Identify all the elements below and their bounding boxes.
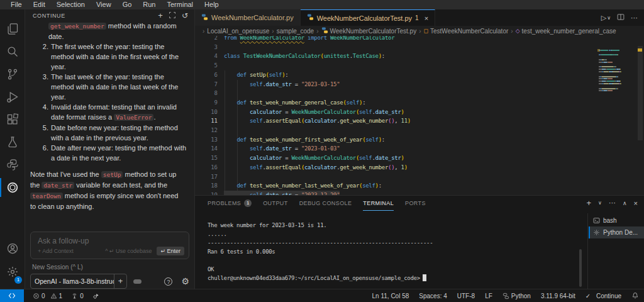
launch-status[interactable] (92, 293, 99, 299)
terminal-session-bash[interactable]: bash (589, 215, 644, 226)
menu-edit[interactable]: Edit (28, 0, 51, 9)
chevron-down-icon: ∨ (607, 15, 611, 21)
menu-run[interactable]: Run (137, 0, 161, 9)
panel-tab-output[interactable]: OUTPUT (263, 196, 287, 211)
python-icon[interactable] (0, 154, 25, 176)
code-line-7[interactable]: 7 self.date_str = "2023-03-15" (195, 80, 644, 89)
close-panel-icon[interactable]: × (634, 199, 638, 207)
code-line-5[interactable]: 5 (195, 61, 644, 70)
frame-icon[interactable] (169, 11, 176, 21)
add-context-button[interactable]: + Add Context (38, 248, 74, 254)
tab-WeekNumberCalculatorTest.py[interactable]: WeekNumberCalculatorTest.py1× (301, 9, 435, 26)
enter-button[interactable]: ↵ Enter (157, 247, 184, 255)
search-icon[interactable] (0, 41, 25, 62)
code-line-12[interactable]: 12 (195, 126, 644, 135)
terminal-line: ----------------------------------------… (208, 238, 579, 247)
extensions-icon[interactable] (0, 109, 25, 130)
plus-icon[interactable]: + (158, 11, 163, 21)
terminal-session-pythonde[interactable]: Python De... (589, 226, 644, 238)
terminal-line: OK (208, 265, 579, 274)
panel-tab-terminal[interactable]: TERMINAL (363, 196, 394, 211)
indentation-status[interactable]: Spaces: 4 (419, 293, 447, 299)
menu-go[interactable]: Go (117, 0, 138, 9)
breadcrumb-item[interactable]: WeekNumberCalculatorTest.py (321, 27, 417, 35)
testing-icon[interactable] (0, 131, 25, 153)
continue-icon[interactable] (0, 177, 25, 198)
close-icon[interactable]: × (425, 14, 428, 22)
code-line-9[interactable]: 9 def test_week_number_general_case(self… (195, 98, 644, 108)
new-session-link[interactable]: New Session (^ L) (32, 264, 83, 271)
new-terminal-icon[interactable]: + (587, 198, 592, 208)
python-file-icon (201, 14, 208, 22)
panel-tab-debug-console[interactable]: DEBUG CONSOLE (299, 196, 352, 211)
code-line-18[interactable]: 18 def test_week_number_last_week_of_yea… (195, 181, 644, 191)
code-editor[interactable]: 2from WeekNumberCalculator import WeekNu… (195, 36, 644, 195)
menu-file[interactable]: File (5, 0, 28, 9)
continue-settings-gear-icon[interactable]: ⚙ (181, 277, 189, 286)
help-icon[interactable]: ? (164, 277, 172, 286)
model-select-label: OpenAI - llama-3-8b-instruct- (31, 277, 114, 285)
breadcrumb-item[interactable]: ◇test_week_number_general_case (516, 28, 616, 35)
run-debug-icon[interactable] (0, 86, 25, 108)
cursor-position[interactable]: Ln 11, Col 58 (372, 293, 409, 299)
breadcrumb-item[interactable]: ◻TestWeekNumberCalculator (424, 28, 509, 35)
account-icon[interactable] (0, 238, 25, 259)
panel-more-icon[interactable]: ⋯ (609, 199, 616, 207)
followup-input[interactable]: Ask a follow-up + Add Context ^ ↵ Use co… (30, 232, 189, 259)
maximize-panel-icon[interactable]: ∧ (623, 200, 627, 206)
eol-status[interactable]: LF (485, 293, 492, 299)
problems-status[interactable]: 0 1 (33, 293, 62, 299)
python-file-icon (307, 14, 314, 22)
model-select[interactable]: OpenAI - llama-3-8b-instruct- + (30, 274, 127, 289)
menu-view[interactable]: View (91, 0, 117, 9)
continue-status[interactable]: ✓ Continue (586, 293, 621, 299)
menu-help[interactable]: Help (199, 0, 225, 9)
python-interpreter[interactable]: 3.11.9 64-bit (541, 293, 575, 299)
code-line-11[interactable]: 11 self.assertEqual(calculator.get_week_… (195, 116, 644, 126)
code-line-13[interactable]: 13 def test_week_number_first_week_of_ye… (195, 135, 644, 145)
notifications-bell-icon[interactable] (631, 292, 639, 299)
breadcrumb-item[interactable]: LocalAI_on_opensuse (207, 28, 269, 35)
code-line-15[interactable]: 15 calculator = WeekNumberCalculator(sel… (195, 154, 644, 163)
status-pill (133, 279, 142, 284)
menu-selection[interactable]: Selection (51, 0, 91, 9)
terminal-profile-chevron-icon[interactable]: ∨ (598, 200, 602, 206)
panel-tab-problems[interactable]: PROBLEMS1 (208, 196, 252, 211)
ports-status[interactable]: 0 (71, 293, 84, 299)
tab-WeekNumberCalculator.py[interactable]: WeekNumberCalculator.py (195, 9, 301, 26)
remote-indicator[interactable] (0, 289, 24, 302)
code-line-4[interactable]: 4class TestWeekNumberCalculator(unittest… (195, 52, 644, 61)
code-line-19[interactable]: 19 self.date_str = "2023-12-29" (195, 191, 644, 195)
more-actions-icon[interactable]: ⋯ (631, 14, 638, 22)
add-model-button[interactable]: + (114, 274, 126, 288)
code-line-2[interactable]: 2from WeekNumberCalculator import WeekNu… (195, 36, 644, 43)
terminal-output[interactable]: The week number for 2023-03-15 is 11....… (208, 218, 579, 289)
breadcrumb[interactable]: ›LocalAI_on_opensuse›sample_code›WeekNum… (195, 26, 644, 36)
files-icon[interactable] (0, 18, 25, 40)
terminal-scrollbar[interactable] (579, 249, 582, 287)
code-line-16[interactable]: 16 self.assertEqual(calculator.get_week_… (195, 163, 644, 172)
editor-group: WeekNumberCalculator.pyWeekNumberCalcula… (195, 9, 644, 289)
source-control-icon[interactable] (0, 64, 25, 85)
code-line-8[interactable]: 8 (195, 89, 644, 98)
settings-icon[interactable]: 1 (0, 261, 25, 282)
code-line-10[interactable]: 10 calculator = WeekNumberCalculator(sel… (195, 108, 644, 117)
menu-terminal[interactable]: Terminal (162, 0, 199, 9)
language-mode[interactable]: Python (502, 293, 531, 299)
code-line-14[interactable]: 14 self.date_str = "2023-01-03" (195, 144, 644, 154)
split-editor-icon[interactable] (617, 13, 625, 22)
minimap[interactable] (597, 46, 635, 195)
breadcrumb-item[interactable]: sample_code (277, 28, 314, 35)
problems-badge: 1 (244, 199, 252, 207)
encoding-status[interactable]: UTF-8 (457, 293, 475, 299)
code-line-3[interactable]: 3 (195, 43, 644, 52)
run-python-file-button[interactable]: ▷∨ (601, 14, 611, 22)
terminal-prompt: chuller@unknown04ed33daa679:~/src/LocalA… (208, 274, 579, 282)
panel-tab-ports[interactable]: PORTS (405, 196, 426, 211)
code-line-17[interactable]: 17 (195, 172, 644, 182)
code-line-6[interactable]: 6 def setUp(self): (195, 70, 644, 80)
history-icon[interactable]: ↺ (182, 11, 188, 21)
python-file-icon (321, 27, 328, 35)
terminal-line: Ran 6 tests in 0.000s (208, 247, 579, 256)
overview-ruler[interactable] (636, 46, 644, 195)
